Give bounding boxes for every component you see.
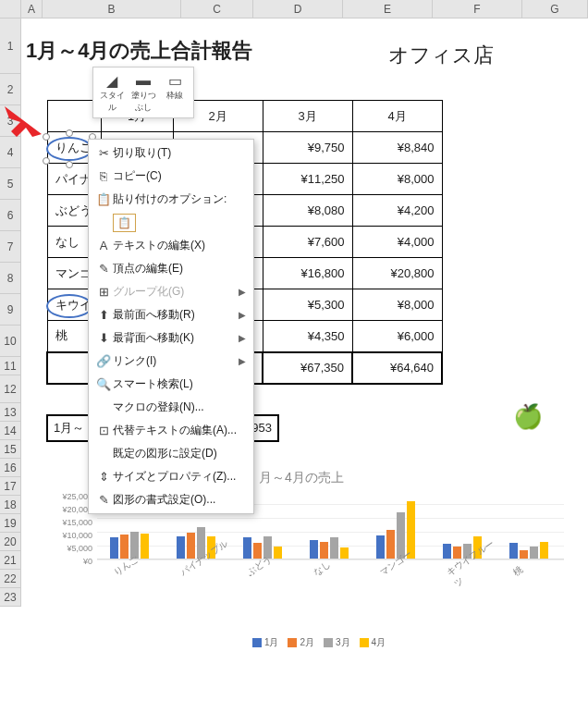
row-header[interactable]: 8 [0, 263, 21, 294]
chart-bar[interactable] [376, 535, 385, 559]
chart-bar[interactable] [120, 535, 129, 559]
col-header[interactable]: A [21, 0, 43, 18]
row-header[interactable]: 5 [0, 168, 21, 200]
row-header[interactable]: 11 [0, 357, 21, 375]
row-header[interactable]: 12 [0, 375, 21, 403]
ctx-item[interactable]: 既定の図形に設定(D) [89, 442, 253, 465]
col-header[interactable]: D [253, 0, 343, 18]
chart-bar[interactable] [243, 537, 251, 559]
col-header[interactable]: B [43, 0, 181, 18]
resize-handle[interactable] [66, 129, 73, 137]
ctx-paste-option[interactable]: 📋 [89, 211, 253, 234]
mini-toolbar[interactable]: ◢スタイル▬塗りつぶし▭枠線 [92, 67, 194, 118]
row-header[interactable]: 18 [0, 496, 21, 514]
selected-oval-shape[interactable] [46, 137, 92, 161]
toolbar-スタイル[interactable]: ◢スタイル [97, 71, 127, 114]
row-header[interactable]: 15 [0, 440, 21, 459]
chart-legend: 1月2月3月4月 [55, 636, 573, 649]
ctx-item[interactable]: ⬇最背面へ移動(K)▶ [89, 326, 253, 350]
ctx-item[interactable]: ✎図形の書式設定(O)... [89, 488, 253, 511]
row-header[interactable]: 7 [0, 231, 21, 263]
row-header[interactable]: 22 [0, 570, 21, 588]
table-header: 4月 [352, 101, 442, 132]
chart-bar[interactable] [177, 536, 185, 559]
col-header[interactable]: G [522, 0, 588, 18]
red-arrow [0, 102, 46, 139]
row-header[interactable]: 17 [0, 477, 21, 496]
ctx-item[interactable]: ✂切り取り(T) [89, 141, 253, 165]
chart-title: 月～4月の売上 [259, 470, 344, 486]
row-header[interactable]: 10 [0, 326, 21, 357]
col-header[interactable]: C [181, 0, 253, 18]
row-header[interactable]: 13 [0, 403, 21, 422]
chart-y-axis: ¥25,000¥20,000¥15,000¥10,000¥5,000¥0 [55, 490, 92, 568]
ctx-item[interactable]: 🔍スマート検索(L) [89, 373, 253, 396]
row-header[interactable]: 23 [0, 588, 21, 607]
ctx-item[interactable]: 🔗リンク(I)▶ [89, 350, 253, 373]
ctx-item[interactable]: マクロの登録(N)... [89, 396, 253, 419]
row-header[interactable]: 19 [0, 514, 21, 533]
row-header[interactable]: 1 [0, 18, 21, 74]
row-header[interactable]: 16 [0, 459, 21, 477]
chart-bar[interactable] [443, 544, 451, 559]
resize-handle[interactable] [66, 161, 73, 168]
row-header[interactable]: 9 [0, 294, 21, 326]
svg-marker-0 [5, 106, 42, 137]
resize-handle[interactable] [43, 133, 50, 141]
ctx-item[interactable]: ⎘コピー(C) [89, 165, 253, 188]
col-header[interactable]: F [433, 0, 522, 18]
ctx-item[interactable]: ⬆最前面へ移動(R)▶ [89, 303, 253, 326]
table-header: 3月 [263, 101, 352, 132]
row-header[interactable]: 21 [0, 551, 21, 570]
row-header[interactable]: 2 [0, 74, 21, 105]
ctx-item[interactable]: ✎頂点の編集(E) [89, 257, 253, 280]
toolbar-枠線[interactable]: ▭枠線 [160, 71, 190, 114]
apple-icon: 🍏 [513, 402, 543, 431]
row-header[interactable]: 4 [0, 137, 21, 168]
oval-shape[interactable] [46, 294, 92, 318]
ctx-section: 📋貼り付けのオプション: [89, 188, 253, 211]
ctx-item[interactable]: ⊡代替テキストの編集(A)... [89, 419, 253, 442]
column-headers: ABCDEFG [0, 0, 588, 18]
chart-bar[interactable] [110, 537, 118, 559]
row-header[interactable]: 20 [0, 533, 21, 551]
col-header[interactable]: E [343, 0, 433, 18]
chart-bar[interactable] [310, 540, 318, 559]
resize-handle[interactable] [43, 157, 50, 165]
chart-bar[interactable] [509, 543, 518, 559]
ctx-item[interactable]: Aテキストの編集(X) [89, 234, 253, 257]
chart-bar[interactable] [187, 533, 195, 559]
store-name: オフィス店 [388, 42, 494, 69]
context-menu[interactable]: ✂切り取り(T)⎘コピー(C)📋貼り付けのオプション:📋Aテキストの編集(X)✎… [88, 139, 254, 514]
chart-bar[interactable] [386, 530, 395, 559]
ctx-item: ⊞グループ化(G)▶ [89, 280, 253, 303]
toolbar-塗りつぶし[interactable]: ▬塗りつぶし [129, 71, 158, 114]
ctx-item[interactable]: ⇕サイズとプロパティ(Z)... [89, 465, 253, 488]
page-title: 1月～4月の売上合計報告 [26, 37, 252, 65]
row-header[interactable]: 14 [0, 422, 21, 440]
row-header[interactable]: 6 [0, 200, 21, 231]
